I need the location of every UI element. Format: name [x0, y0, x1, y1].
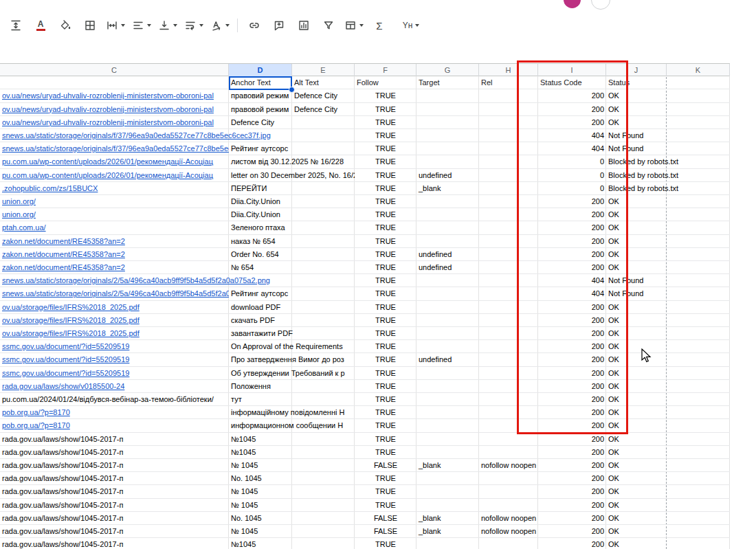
url-cell[interactable]: pob.org.ua/?p=8170: [0, 419, 229, 432]
url-cell[interactable]: pu.com.ua/wp-content/uploads/2026/01/рек…: [0, 169, 229, 182]
url-cell[interactable]: zakon.net/document/RE45358?an=2: [0, 261, 229, 274]
follow-cell[interactable]: TRUE: [355, 472, 416, 485]
anchor-text-cell[interactable]: № 654: [229, 261, 355, 274]
follow-cell[interactable]: TRUE: [355, 208, 416, 221]
anchor-text-cell[interactable]: letter on 30 December 2025, No. 16/228: [229, 169, 355, 182]
target-cell[interactable]: _blank: [416, 459, 479, 472]
follow-cell[interactable]: TRUE: [355, 340, 416, 353]
follow-cell[interactable]: TRUE: [355, 406, 416, 419]
url-cell[interactable]: rada.gov.ua/laws/show/1045-2017-п: [0, 472, 229, 485]
follow-cell[interactable]: TRUE: [355, 499, 416, 512]
column-header-G[interactable]: G: [416, 64, 479, 76]
status-code-cell[interactable]: 200: [538, 538, 606, 549]
field-header-f[interactable]: Follow: [355, 76, 416, 89]
url-cell[interactable]: rada.gov.ua/laws/show/1045-2017-п: [0, 459, 229, 472]
anchor-text-cell[interactable]: Рейтинг аутсорс: [229, 287, 355, 300]
anchor-text-cell[interactable]: No. 1045: [229, 472, 355, 485]
follow-cell[interactable]: TRUE: [355, 182, 416, 195]
url-cell[interactable]: rada.gov.ua/laws/show/1045-2017-п: [0, 485, 229, 498]
anchor-text-cell[interactable]: Order No. 654: [229, 248, 355, 261]
url-cell[interactable]: ptah.com.ua/: [0, 221, 229, 234]
alt-text-cell[interactable]: Defence City: [292, 89, 355, 102]
target-cell[interactable]: _blank: [416, 525, 479, 538]
follow-cell[interactable]: TRUE: [355, 261, 416, 274]
url-cell[interactable]: snews.ua/static/storage/originals/2/5a/4…: [0, 287, 229, 300]
target-cell[interactable]: undefined: [416, 169, 479, 182]
follow-cell[interactable]: TRUE: [355, 353, 416, 366]
target-cell[interactable]: _blank: [416, 512, 479, 525]
url-cell[interactable]: rada.gov.ua/laws/show/1045-2017-п: [0, 538, 229, 549]
url-cell[interactable]: pob.org.ua/?p=8170: [0, 406, 229, 419]
follow-cell[interactable]: TRUE: [355, 155, 416, 168]
anchor-text-cell[interactable]: Об утверждении Требований к р: [229, 367, 355, 380]
follow-cell[interactable]: TRUE: [355, 419, 416, 432]
url-cell[interactable]: ov.ua/news/uryad-uhvaliv-rozroblenij-min…: [0, 103, 229, 116]
follow-cell[interactable]: TRUE: [355, 446, 416, 459]
status-code-cell[interactable]: 200: [538, 512, 606, 525]
status-code-cell[interactable]: 200: [538, 485, 606, 498]
anchor-text-cell[interactable]: інформаційному повідомленні Н: [229, 406, 355, 419]
url-cell[interactable]: rada.gov.ua/laws/show/1045-2017-п: [0, 525, 229, 538]
follow-cell[interactable]: TRUE: [355, 538, 416, 549]
url-cell[interactable]: union.org/: [0, 195, 229, 208]
url-cell[interactable]: rada.gov.ua/laws/show/1045-2017-п: [0, 499, 229, 512]
rel-cell[interactable]: nofollow noopen: [479, 459, 538, 472]
follow-cell[interactable]: TRUE: [355, 129, 416, 142]
column-header-D[interactable]: D: [229, 64, 292, 76]
url-cell[interactable]: ssmc.gov.ua/document/?id=55209519: [0, 340, 229, 353]
anchor-text-cell[interactable]: On Approval of the Requirements: [229, 340, 355, 353]
anchor-text-cell[interactable]: [229, 274, 355, 287]
url-cell[interactable]: ssmc.gov.ua/document/?id=55209519: [0, 353, 229, 366]
rel-cell[interactable]: nofollow noopen: [479, 512, 538, 525]
anchor-text-cell[interactable]: №1045: [229, 446, 355, 459]
url-cell[interactable]: ov.ua/news/uryad-uhvaliv-rozroblenij-min…: [0, 89, 229, 102]
follow-cell[interactable]: TRUE: [355, 485, 416, 498]
url-cell[interactable]: snews.ua/static/storage/originals/f/37/9…: [0, 142, 229, 155]
url-cell[interactable]: zakon.net/document/RE45358?an=2: [0, 235, 229, 248]
status-cell[interactable]: OK: [606, 525, 729, 538]
url-cell[interactable]: rada.gov.ua/laws/show/1045-2017-п: [0, 433, 229, 446]
url-cell[interactable]: rada.gov.ua/laws/show/v0185500-24: [0, 380, 229, 393]
follow-cell[interactable]: TRUE: [355, 380, 416, 393]
url-cell[interactable]: zakon.net/document/RE45358?an=2: [0, 248, 229, 261]
anchor-text-cell[interactable]: Про затвердження Вимог до роз: [229, 353, 355, 366]
field-header-e[interactable]: Alt Text: [292, 76, 355, 89]
follow-cell[interactable]: TRUE: [355, 195, 416, 208]
anchor-text-cell[interactable]: № 1045: [229, 525, 355, 538]
anchor-text-cell[interactable]: Diia.City.Union: [229, 208, 355, 221]
status-code-cell[interactable]: 200: [538, 499, 606, 512]
anchor-text-cell[interactable]: Defence City: [229, 116, 355, 129]
url-cell[interactable]: .zohopublic.com/zs/15BUCX: [0, 182, 229, 195]
anchor-text-cell[interactable]: No. 1045: [229, 512, 355, 525]
anchor-text-cell[interactable]: [229, 129, 355, 142]
follow-cell[interactable]: TRUE: [355, 169, 416, 182]
follow-cell[interactable]: TRUE: [355, 221, 416, 234]
url-cell[interactable]: ov.ua/storage/files/IFRS%2018_2025.pdf: [0, 314, 229, 327]
status-code-cell[interactable]: 200: [538, 525, 606, 538]
anchor-text-cell[interactable]: ПЕРЕЙТИ: [229, 182, 355, 195]
url-cell[interactable]: ov.ua/storage/files/IFRS%2018_2025.pdf: [0, 327, 229, 340]
url-cell[interactable]: pu.com.ua/2024/01/24/відбувся-вебінар-за…: [0, 393, 229, 406]
rel-cell[interactable]: nofollow noopen: [479, 525, 538, 538]
url-cell[interactable]: rada.gov.ua/laws/show/1045-2017-п: [0, 512, 229, 525]
anchor-text-cell[interactable]: № 1045: [229, 499, 355, 512]
status-cell[interactable]: OK: [606, 485, 729, 498]
follow-cell[interactable]: TRUE: [355, 301, 416, 314]
anchor-text-cell[interactable]: листом від 30.12.2025 № 16/228: [229, 155, 355, 168]
status-cell[interactable]: OK: [606, 433, 729, 446]
anchor-text-cell[interactable]: № 1045: [229, 459, 355, 472]
follow-cell[interactable]: TRUE: [355, 103, 416, 116]
anchor-text-cell[interactable]: информационном сообщении Н: [229, 419, 355, 432]
column-header-E[interactable]: E: [292, 64, 355, 76]
anchor-text-cell[interactable]: наказ № 654: [229, 235, 355, 248]
alt-text-cell[interactable]: Defence City: [292, 103, 355, 116]
follow-cell[interactable]: TRUE: [355, 274, 416, 287]
status-code-cell[interactable]: 200: [538, 446, 606, 459]
anchor-text-cell[interactable]: download PDF: [229, 301, 355, 314]
anchor-text-cell[interactable]: Положення: [229, 380, 355, 393]
follow-cell[interactable]: TRUE: [355, 116, 416, 129]
follow-cell[interactable]: FALSE: [355, 512, 416, 525]
anchor-text-cell[interactable]: правовий режим: [229, 89, 292, 102]
anchor-text-cell[interactable]: тут: [229, 393, 355, 406]
anchor-text-cell[interactable]: №1045: [229, 538, 355, 549]
